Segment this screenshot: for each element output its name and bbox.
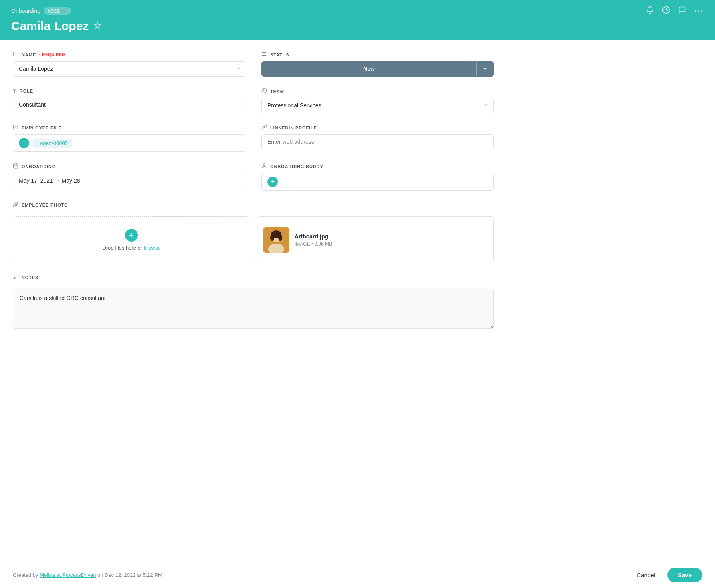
team-label: TEAM xyxy=(261,88,494,95)
team-icon xyxy=(261,88,267,95)
status-label: STATUS xyxy=(261,51,494,58)
footer-credit: Created by Melisa at ProcessDriven on De… xyxy=(13,572,162,578)
svg-rect-1 xyxy=(13,52,18,56)
add-file-button[interactable]: + xyxy=(19,138,29,148)
role-input[interactable] xyxy=(13,97,245,112)
svg-point-6 xyxy=(262,88,267,93)
name-input[interactable] xyxy=(13,61,245,77)
name-icon xyxy=(13,51,18,58)
onboarding-label: ONBOARDING xyxy=(13,163,245,170)
add-buddy-button[interactable]: + xyxy=(267,177,278,187)
status-chevron-icon[interactable] xyxy=(476,62,493,76)
status-field-group: STATUS New xyxy=(261,51,494,77)
footer: Created by Melisa at ProcessDriven on De… xyxy=(0,562,715,588)
photo-grid: + Drop files here or browse xyxy=(13,216,494,263)
link-icon: 🔗 xyxy=(61,8,67,14)
notes-section: NOTES Camila is a skilled GRC consultant xyxy=(13,274,494,329)
bell-icon[interactable] xyxy=(646,6,654,16)
breadcrumb: Onboarding #002 🔗 xyxy=(11,7,71,15)
notes-textarea[interactable]: Camila is a skilled GRC consultant xyxy=(13,289,494,329)
team-select[interactable]: Professional Services Engineering Market… xyxy=(261,98,494,113)
team-field-group: TEAM Professional Services Engineering M… xyxy=(261,88,494,113)
breadcrumb-label: Onboarding xyxy=(11,8,40,14)
file-tag[interactable]: Lopez-00005 xyxy=(33,139,72,148)
name-field-group: NAME • REQUIRED ··· xyxy=(13,51,245,77)
save-button[interactable]: Save xyxy=(667,568,702,582)
thumbnail-image xyxy=(263,227,289,253)
author-link[interactable]: Melisa at ProcessDriven xyxy=(40,572,96,578)
form-grid: NAME • REQUIRED ··· STATUS New xyxy=(13,51,494,329)
employee-file-field: + Lopez-00005 xyxy=(13,134,245,152)
svg-point-22 xyxy=(278,234,282,241)
main-content: NAME • REQUIRED ··· STATUS New xyxy=(0,40,715,582)
onboarding-field-group: ONBOARDING May 17, 2021 → May 28 xyxy=(13,163,245,191)
status-select[interactable]: New xyxy=(261,61,494,77)
onboarding-buddy-field: + xyxy=(261,173,494,191)
name-input-wrapper: ··· xyxy=(13,61,245,77)
name-label: NAME • REQUIRED xyxy=(13,51,245,58)
header-actions: ··· xyxy=(646,6,704,16)
favorite-star-icon[interactable]: ☆ xyxy=(93,21,101,31)
page-title: Camila Lopez xyxy=(11,19,89,33)
browse-link[interactable]: browse xyxy=(144,245,161,251)
record-id-badge: #002 🔗 xyxy=(44,7,71,15)
required-badge: • REQUIRED xyxy=(39,52,65,57)
linkedin-icon xyxy=(261,124,267,131)
svg-point-7 xyxy=(263,90,265,91)
notes-label: NOTES xyxy=(13,274,494,281)
paperclip-icon xyxy=(13,202,18,208)
onboarding-buddy-label: ONBOARDING BUDDY xyxy=(261,163,494,170)
svg-point-21 xyxy=(270,234,274,241)
notes-icon xyxy=(13,274,18,281)
linkedin-input[interactable] xyxy=(261,134,494,149)
file-name: Artboard.jpg xyxy=(295,233,332,240)
drop-zone[interactable]: + Drop files here or browse xyxy=(13,216,250,263)
page-title-row: Camila Lopez ☆ xyxy=(11,19,704,33)
uploaded-file-card: Artboard.jpg IMAGE • 0.86 MB xyxy=(257,216,494,263)
file-thumbnail xyxy=(263,227,289,253)
onboarding-date-value: May 17, 2021 → May 28 xyxy=(19,177,80,184)
more-icon[interactable]: ··· xyxy=(694,6,704,16)
role-icon: T xyxy=(13,88,16,94)
cancel-button[interactable]: Cancel xyxy=(630,568,662,582)
page-header: Onboarding #002 🔗 ··· Camila Lopez ☆ xyxy=(0,0,715,40)
employee-photo-label: EMPLOYEE PHOTO xyxy=(13,202,494,208)
svg-point-16 xyxy=(263,164,265,166)
onboarding-calendar-icon xyxy=(13,163,18,170)
employee-file-icon xyxy=(13,124,18,131)
name-dots-icon[interactable]: ··· xyxy=(235,65,240,72)
onboarding-buddy-field-group: ONBOARDING BUDDY + xyxy=(261,163,494,191)
employee-photo-section: EMPLOYEE PHOTO + Drop files here or brow… xyxy=(13,202,494,263)
team-select-wrapper: Professional Services Engineering Market… xyxy=(261,98,494,113)
linkedin-label: LINKEDIN PROFILE xyxy=(261,124,494,131)
status-icon xyxy=(261,51,267,58)
buddy-person-icon xyxy=(261,163,267,170)
file-meta: IMAGE • 0.86 MB xyxy=(295,241,332,247)
drop-zone-add-icon[interactable]: + xyxy=(125,229,138,242)
employee-file-label: EMPLOYEE FILE xyxy=(13,124,245,131)
onboarding-date-field[interactable]: May 17, 2021 → May 28 xyxy=(13,173,245,188)
linkedin-field-group: LINKEDIN PROFILE xyxy=(261,124,494,152)
role-label: T ROLE xyxy=(13,88,245,94)
employee-file-field-group: EMPLOYEE FILE + Lopez-00005 xyxy=(13,124,245,152)
svg-rect-12 xyxy=(14,164,18,168)
drop-zone-text: Drop files here or browse xyxy=(102,245,160,251)
footer-actions: Cancel Save xyxy=(630,568,702,582)
clock-icon[interactable] xyxy=(662,6,670,16)
file-info: Artboard.jpg IMAGE • 0.86 MB xyxy=(295,233,332,247)
chat-icon[interactable] xyxy=(678,6,686,16)
role-field-group: T ROLE xyxy=(13,88,245,113)
status-value: New xyxy=(262,62,476,76)
